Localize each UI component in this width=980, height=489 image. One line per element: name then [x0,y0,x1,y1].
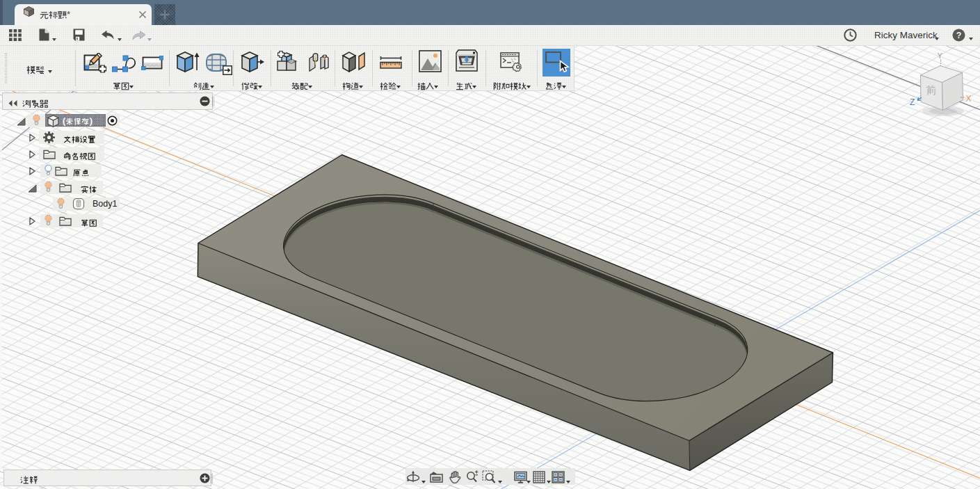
svg-text:X: X [966,94,972,104]
svg-text:?: ? [956,31,962,40]
svg-text:Z: Z [910,97,915,107]
svg-text:Y: Y [938,51,943,60]
